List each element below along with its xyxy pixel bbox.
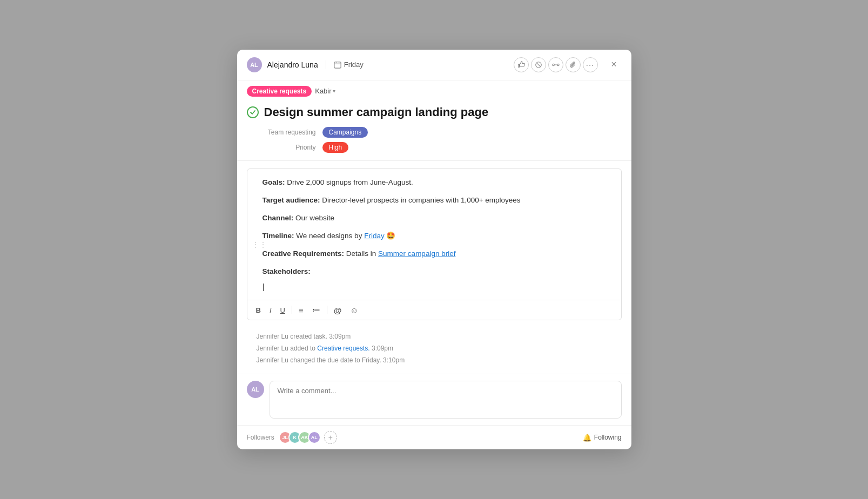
breadcrumb: Creative requests Kabir ▾	[237, 80, 631, 102]
add-follower-button[interactable]: +	[324, 431, 337, 444]
activity-item-3: Jennifer Lu changed the due date to Frid…	[257, 355, 612, 367]
connect-icon	[552, 61, 560, 69]
emoji-button[interactable]: ☺	[347, 304, 361, 316]
svg-rect-0	[334, 62, 341, 68]
stakeholders-paragraph: Stakeholders:	[263, 266, 614, 278]
followers-bar: Followers JL K AK AL + 🔔 Following	[237, 425, 631, 449]
task-modal: AL Alejandro Luna Friday	[237, 50, 631, 449]
goals-text: Drive 2,000 signups from June-August.	[287, 178, 413, 186]
kabir-breadcrumb[interactable]: Kabir ▾	[315, 87, 335, 95]
close-button[interactable]: ×	[607, 57, 622, 72]
goals-paragraph: Goals: Drive 2,000 signups from June-Aug…	[263, 177, 614, 189]
timeline-link[interactable]: Friday	[364, 232, 385, 240]
svg-line-5	[536, 63, 541, 67]
like-button[interactable]	[514, 57, 529, 72]
target-text: Director-level prospects in companies wi…	[322, 196, 520, 204]
svg-point-6	[552, 64, 554, 66]
task-title-row: Design summer campaign landing page	[237, 102, 631, 127]
creative-label: Creative Requirements:	[263, 249, 345, 258]
drag-handle-icon[interactable]: ⋮⋮	[252, 240, 267, 249]
chevron-down-icon: ▾	[333, 88, 335, 94]
following-label: Following	[594, 434, 622, 441]
attach-button[interactable]	[566, 57, 581, 72]
thumbs-up-icon	[517, 61, 525, 69]
user-avatar: AL	[247, 57, 262, 72]
bold-button[interactable]: B	[253, 305, 264, 316]
more-button[interactable]: ···	[583, 57, 598, 72]
close-icon: ×	[611, 59, 617, 70]
channel-label: Channel:	[263, 214, 294, 222]
channel-paragraph: Channel: Our website	[263, 212, 614, 225]
creative-pre: Details in	[346, 249, 378, 258]
mention-button[interactable]: @	[331, 304, 345, 316]
target-paragraph: Target audience: Director-level prospect…	[263, 194, 614, 207]
user-name: Alejandro Luna	[267, 60, 318, 69]
comment-area: AL	[237, 374, 631, 425]
header-date[interactable]: Friday	[334, 60, 364, 69]
plus-icon: +	[328, 433, 333, 442]
timeline-emoji: 🤩	[386, 232, 395, 240]
creative-requests-activity-link[interactable]: Creative requests.	[317, 345, 369, 352]
high-priority-badge[interactable]: High	[322, 142, 349, 153]
paperclip-icon	[569, 61, 577, 69]
italic-button[interactable]: I	[266, 305, 275, 316]
toolbar-separator-2	[327, 306, 327, 314]
calendar-icon	[334, 61, 341, 69]
complete-button[interactable]	[247, 106, 259, 118]
meta-fields: Team requesting Campaigns Priority High	[237, 127, 631, 161]
follower-avatar-4: AL	[308, 431, 321, 444]
following-button[interactable]: 🔔 Following	[583, 434, 622, 442]
followers-label: Followers	[247, 434, 274, 441]
activity-item-2: Jennifer Lu added to Creative requests. …	[257, 343, 612, 355]
creative-link[interactable]: Summer campaign brief	[378, 249, 455, 258]
editor-toolbar: B I U ≡ ≔ @ ☺	[247, 300, 621, 320]
goals-label: Goals:	[263, 178, 285, 186]
campaigns-badge[interactable]: Campaigns	[322, 127, 368, 138]
header-actions: ···	[514, 57, 598, 72]
team-row: Team requesting Campaigns	[262, 127, 622, 138]
channel-text: Our website	[295, 214, 334, 222]
priority-label: Priority	[262, 144, 316, 151]
team-label: Team requesting	[262, 129, 316, 136]
modal-header: AL Alejandro Luna Friday	[237, 50, 631, 80]
bullet-list-button[interactable]: ≡	[295, 304, 307, 316]
description-box[interactable]: ⋮⋮ Goals: Drive 2,000 signups from June-…	[247, 168, 622, 321]
block-icon	[535, 61, 542, 69]
block-button[interactable]	[531, 57, 546, 72]
task-title[interactable]: Design summer campaign landing page	[264, 105, 489, 119]
toolbar-separator-1	[292, 306, 292, 314]
timeline-paragraph: Timeline: We need designs by Friday 🤩	[263, 230, 614, 242]
text-cursor	[263, 284, 264, 291]
header-divider	[326, 60, 326, 69]
stakeholders-label: Stakeholders:	[263, 267, 311, 275]
description-content[interactable]: Goals: Drive 2,000 signups from June-Aug…	[247, 169, 621, 300]
priority-row: Priority High	[262, 142, 622, 153]
creative-paragraph: Creative Requirements: Details in Summer…	[263, 248, 614, 260]
check-icon	[250, 109, 256, 116]
timeline-pre: We need designs by	[296, 232, 364, 240]
creative-requests-badge[interactable]: Creative requests	[247, 86, 312, 97]
follower-avatars: JL K AK AL	[279, 431, 321, 444]
connect-button[interactable]	[548, 57, 563, 72]
svg-point-7	[557, 64, 559, 66]
commenter-avatar: AL	[247, 381, 264, 398]
underline-button[interactable]: U	[277, 305, 288, 316]
ellipsis-icon: ···	[586, 60, 595, 69]
numbered-list-button[interactable]: ≔	[309, 304, 324, 316]
target-label: Target audience:	[263, 196, 320, 204]
activity-item-1: Jennifer Lu created task. 3:09pm	[257, 331, 612, 343]
due-date-label: Friday	[344, 60, 364, 69]
activity-section: Jennifer Lu created task. 3:09pm Jennife…	[247, 328, 622, 374]
comment-input[interactable]	[270, 381, 622, 419]
timeline-label: Timeline:	[263, 232, 294, 240]
description-area: ⋮⋮ Goals: Drive 2,000 signups from June-…	[237, 161, 631, 374]
bell-icon: 🔔	[583, 434, 591, 442]
